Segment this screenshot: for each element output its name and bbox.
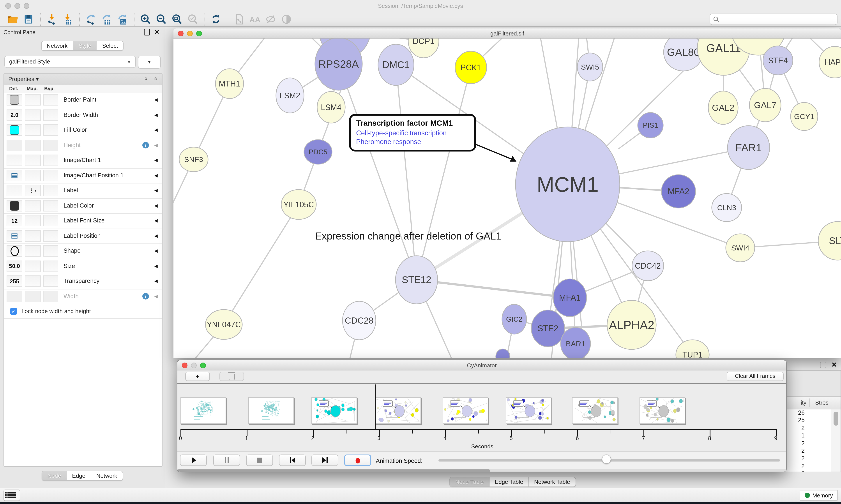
bypass-cell[interactable] bbox=[43, 170, 58, 181]
close-panel-icon[interactable]: ✕ bbox=[155, 29, 159, 35]
node-STE12[interactable]: STE12 bbox=[395, 256, 437, 304]
node-CDC42[interactable]: CDC42 bbox=[632, 251, 664, 281]
node-TUP1[interactable]: TUP1 bbox=[676, 340, 709, 358]
tab-network[interactable]: Network bbox=[41, 41, 73, 50]
frame-thumbnail-1[interactable] bbox=[248, 397, 294, 424]
speed-slider-knob[interactable] bbox=[602, 454, 611, 464]
default-value-cell[interactable]: 255 bbox=[6, 275, 22, 287]
expand-row-icon[interactable]: ◀ bbox=[155, 158, 158, 162]
info-icon[interactable]: i bbox=[142, 293, 149, 299]
table-scrollbar[interactable] bbox=[831, 410, 841, 472]
node-BAR1[interactable]: BAR1 bbox=[561, 327, 590, 358]
float-panel-icon[interactable] bbox=[144, 29, 150, 35]
default-value-cell[interactable] bbox=[6, 230, 22, 241]
expand-row-icon[interactable]: ◀ bbox=[155, 173, 158, 178]
node-DCP1[interactable]: DCP1 bbox=[408, 38, 439, 58]
table-cell-value[interactable]: 2 bbox=[785, 425, 805, 432]
node-ALPHA2[interactable]: ALPHA2 bbox=[607, 300, 656, 349]
node-STE2[interactable]: STE2 bbox=[531, 310, 565, 347]
close-panel-icon[interactable]: ✕ bbox=[831, 361, 837, 369]
node-GAL80[interactable]: GAL80 bbox=[664, 38, 703, 71]
default-value-cell[interactable] bbox=[6, 290, 22, 302]
node-DMC1[interactable]: DMC1 bbox=[378, 44, 414, 85]
export-table-button[interactable] bbox=[100, 13, 114, 25]
node-MFA1[interactable]: MFA1 bbox=[553, 279, 587, 317]
tab-style[interactable]: Style bbox=[73, 41, 96, 50]
mapping-cell[interactable] bbox=[25, 245, 41, 257]
bypass-cell[interactable] bbox=[43, 124, 58, 136]
default-value-cell[interactable] bbox=[6, 245, 22, 257]
mapping-cell[interactable] bbox=[25, 170, 41, 181]
node-SNF3[interactable]: SNF3 bbox=[179, 147, 208, 172]
frame-thumbnail-6[interactable] bbox=[572, 397, 618, 424]
show-graphics-button[interactable] bbox=[280, 13, 294, 25]
mapping-cell[interactable] bbox=[25, 230, 41, 241]
expand-row-icon[interactable]: ◀ bbox=[155, 127, 158, 132]
frame-thumbnail-4[interactable] bbox=[443, 397, 488, 424]
clear-all-frames-button[interactable]: Clear All Frames bbox=[727, 372, 784, 381]
skip-start-button[interactable] bbox=[279, 454, 306, 466]
style-combo[interactable]: galFiltered Style ▼ bbox=[4, 56, 136, 68]
bypass-cell[interactable] bbox=[43, 275, 58, 287]
apply-layout-button[interactable] bbox=[209, 13, 223, 25]
table-column-headers[interactable]: ity Stres bbox=[785, 396, 841, 410]
node-MFA2[interactable]: MFA2 bbox=[661, 175, 696, 208]
table-cell-value[interactable]: 25 bbox=[785, 417, 805, 425]
zoom-fit-button[interactable] bbox=[171, 13, 184, 25]
property-row-fill-color[interactable]: Fill Color◀ bbox=[4, 123, 162, 138]
expand-row-icon[interactable]: ◀ bbox=[155, 278, 158, 283]
table-cell-value[interactable]: 2 bbox=[785, 448, 805, 455]
default-value-cell[interactable]: 12 bbox=[6, 215, 22, 227]
lock-dimensions-row[interactable]: ✓Lock node width and height bbox=[4, 304, 162, 319]
lock-checkbox[interactable]: ✓ bbox=[10, 308, 17, 315]
default-value-cell[interactable]: 50.0 bbox=[6, 260, 22, 272]
property-row-border-width[interactable]: 2.0Border Width◀ bbox=[4, 108, 162, 123]
collapse-all-icon[interactable]: » bbox=[152, 77, 159, 80]
node-GCY1[interactable]: GCY1 bbox=[791, 103, 818, 130]
zoom-selected-button[interactable] bbox=[186, 13, 200, 25]
property-row-label-color[interactable]: Label Color◀ bbox=[4, 199, 162, 214]
node-SWI4[interactable]: SWI4 bbox=[726, 234, 755, 262]
expand-row-icon[interactable]: ◀ bbox=[155, 218, 158, 223]
node-PDC5[interactable]: PDC5 bbox=[304, 140, 332, 164]
memory-button[interactable]: Memory bbox=[800, 490, 838, 501]
tab-node[interactable]: Node bbox=[42, 471, 66, 480]
playhead[interactable] bbox=[376, 384, 376, 429]
mapping-cell[interactable]: ⋮› bbox=[25, 185, 41, 196]
default-value-cell[interactable]: 2.0 bbox=[6, 109, 22, 121]
frame-thumbnail-2[interactable] bbox=[311, 397, 357, 424]
pause-button[interactable] bbox=[213, 454, 240, 466]
node-PCK1[interactable]: PCK1 bbox=[455, 51, 487, 84]
property-row-label-font-size[interactable]: 12Label Font Size◀ bbox=[4, 214, 162, 229]
open-session-button[interactable] bbox=[6, 13, 20, 25]
expand-row-icon[interactable]: ◀ bbox=[155, 264, 158, 268]
node-LSM2[interactable]: LSM2 bbox=[276, 78, 304, 113]
property-row-width[interactable]: Widthi◀ bbox=[4, 289, 162, 304]
column-header[interactable]: Stres bbox=[815, 399, 828, 406]
table-cell-value[interactable]: 26 bbox=[785, 410, 805, 417]
network-file-button[interactable] bbox=[233, 13, 247, 25]
expand-all-icon[interactable]: » bbox=[143, 77, 150, 80]
node-MCM1[interactable]: MCM1 bbox=[516, 127, 620, 242]
column-header[interactable]: ity bbox=[785, 399, 806, 406]
frame-thumbnail-7[interactable] bbox=[640, 397, 685, 424]
bypass-cell[interactable] bbox=[43, 109, 58, 121]
property-row-height[interactable]: Heighti◀ bbox=[4, 138, 162, 153]
export-network-button[interactable] bbox=[84, 13, 98, 25]
delete-frame-button[interactable] bbox=[219, 372, 244, 381]
mapping-cell[interactable] bbox=[25, 200, 41, 211]
bypass-cell[interactable] bbox=[43, 185, 58, 196]
node-FAR1[interactable]: FAR1 bbox=[728, 126, 770, 169]
table-cell-value[interactable]: 1 bbox=[785, 432, 805, 440]
default-value-cell[interactable] bbox=[6, 124, 22, 136]
hide-graphics-button[interactable] bbox=[264, 13, 278, 25]
timeline-scrollbar[interactable] bbox=[177, 469, 786, 472]
bypass-cell[interactable] bbox=[43, 200, 58, 211]
node-LSM4[interactable]: LSM4 bbox=[317, 91, 345, 123]
bypass-cell[interactable] bbox=[43, 155, 58, 166]
bypass-cell[interactable] bbox=[43, 140, 58, 151]
default-value-cell[interactable] bbox=[6, 155, 22, 166]
record-button[interactable] bbox=[344, 454, 371, 466]
node-YNL047C[interactable]: YNL047C bbox=[205, 310, 242, 339]
expand-row-icon[interactable]: ◀ bbox=[155, 233, 158, 238]
